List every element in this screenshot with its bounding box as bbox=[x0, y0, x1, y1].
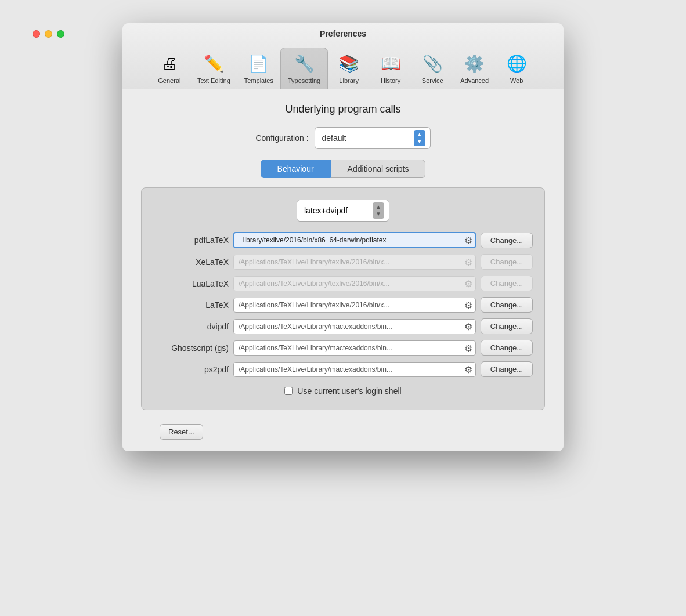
program-row-6: ps2pdf⚙Change... bbox=[153, 361, 533, 377]
program-input-3[interactable] bbox=[233, 298, 476, 313]
program-selector: latex+dvipdf ▲▼ bbox=[153, 200, 533, 222]
reset-button[interactable]: Reset... bbox=[160, 424, 203, 440]
toolbar: 🖨General✏️Text Editing📄Templates🔧Typeset… bbox=[132, 44, 554, 89]
toolbar-item-library[interactable]: 📚Library bbox=[328, 48, 370, 89]
program-input-wrap-6: ⚙ bbox=[233, 362, 476, 377]
library-icon: 📚 bbox=[337, 52, 360, 75]
program-input-wrap-0: ⚙ bbox=[233, 232, 476, 248]
program-input-wrap-2: ⚙ bbox=[233, 276, 476, 291]
program-select-value: latex+dvipdf bbox=[304, 206, 369, 215]
program-row-1: XeLaTeX⚙Change... bbox=[153, 254, 533, 270]
program-input-wrap-1: ⚙ bbox=[233, 255, 476, 270]
toolbar-label-templates: Templates bbox=[244, 77, 273, 84]
config-label: Configuration : bbox=[255, 133, 308, 143]
gear-button-6[interactable]: ⚙ bbox=[463, 363, 474, 376]
login-shell-checkbox[interactable] bbox=[284, 387, 293, 395]
history-icon: 📖 bbox=[379, 52, 402, 75]
toolbar-item-advanced[interactable]: ⚙️Advanced bbox=[453, 48, 496, 89]
change-button-1: Change... bbox=[481, 254, 533, 270]
change-button-5[interactable]: Change... bbox=[481, 340, 533, 356]
program-input-2[interactable] bbox=[233, 276, 476, 291]
toolbar-item-history[interactable]: 📖History bbox=[370, 48, 411, 89]
program-label-0: pdfLaTeX bbox=[153, 235, 229, 245]
window-title: Preferences bbox=[320, 29, 366, 38]
program-input-5[interactable] bbox=[233, 340, 476, 356]
typesetting-icon: 🔧 bbox=[293, 52, 316, 75]
toolbar-label-service: Service bbox=[422, 77, 443, 84]
advanced-icon: ⚙️ bbox=[463, 52, 486, 75]
program-label-1: XeLaTeX bbox=[153, 258, 229, 267]
program-input-wrap-5: ⚙ bbox=[233, 340, 476, 356]
text-editing-icon: ✏️ bbox=[202, 52, 225, 75]
configuration-row: Configuration : default ▲▼ bbox=[141, 127, 545, 149]
change-button-3[interactable]: Change... bbox=[481, 297, 533, 313]
gear-button-2: ⚙ bbox=[463, 277, 474, 290]
program-label-2: LuaLaTeX bbox=[153, 279, 229, 288]
toolbar-label-text-editing: Text Editing bbox=[197, 77, 230, 84]
toolbar-label-library: Library bbox=[339, 77, 359, 84]
service-icon: 📎 bbox=[421, 52, 444, 75]
program-rows: pdfLaTeX⚙Change...XeLaTeX⚙Change...LuaLa… bbox=[153, 232, 533, 377]
toolbar-label-history: History bbox=[381, 77, 400, 84]
toolbar-item-web[interactable]: 🌐Web bbox=[496, 48, 537, 89]
toolbar-label-web: Web bbox=[510, 77, 523, 84]
toolbar-item-templates[interactable]: 📄Templates bbox=[237, 48, 280, 89]
program-row-0: pdfLaTeX⚙Change... bbox=[153, 232, 533, 248]
section-title: Underlying program calls bbox=[141, 103, 545, 115]
program-select-arrow: ▲▼ bbox=[373, 202, 384, 219]
gear-button-0[interactable]: ⚙ bbox=[463, 234, 474, 247]
tab-bar: BehaviourAdditional scripts bbox=[141, 160, 545, 178]
web-icon: 🌐 bbox=[505, 52, 528, 75]
panel: latex+dvipdf ▲▼ pdfLaTeX⚙Change...XeLaTe… bbox=[141, 187, 545, 410]
tab-additional-scripts[interactable]: Additional scripts bbox=[331, 160, 426, 178]
toolbar-item-service[interactable]: 📎Service bbox=[411, 48, 453, 89]
gear-button-1: ⚙ bbox=[463, 255, 474, 269]
program-input-1[interactable] bbox=[233, 255, 476, 270]
checkbox-row: Use current user's login shell bbox=[153, 386, 533, 396]
change-button-4[interactable]: Change... bbox=[481, 318, 533, 334]
gear-button-4[interactable]: ⚙ bbox=[463, 320, 474, 333]
config-select-value: default bbox=[322, 133, 409, 143]
titlebar: Preferences 🖨General✏️Text Editing📄Templ… bbox=[122, 23, 564, 89]
toolbar-label-typesetting: Typesetting bbox=[288, 77, 320, 84]
program-row-3: LaTeX⚙Change... bbox=[153, 297, 533, 313]
gear-button-5[interactable]: ⚙ bbox=[463, 341, 474, 354]
config-select-arrow: ▲▼ bbox=[414, 130, 425, 146]
program-row-4: dvipdf⚙Change... bbox=[153, 318, 533, 334]
program-label-3: LaTeX bbox=[153, 300, 229, 310]
program-input-0[interactable] bbox=[233, 232, 476, 248]
program-label-6: ps2pdf bbox=[153, 365, 229, 374]
program-input-wrap-4: ⚙ bbox=[233, 319, 476, 334]
login-shell-label: Use current user's login shell bbox=[297, 386, 401, 396]
preferences-window: Preferences 🖨General✏️Text Editing📄Templ… bbox=[122, 23, 564, 451]
templates-icon: 📄 bbox=[247, 52, 270, 75]
program-input-4[interactable] bbox=[233, 319, 476, 334]
general-icon: 🖨 bbox=[158, 52, 181, 75]
program-label-5: Ghostscript (gs) bbox=[153, 343, 229, 353]
gear-button-3[interactable]: ⚙ bbox=[463, 298, 474, 311]
bottom-bar: Reset... bbox=[141, 410, 545, 440]
change-button-2: Change... bbox=[481, 276, 533, 291]
program-row-2: LuaLaTeX⚙Change... bbox=[153, 276, 533, 291]
tab-behaviour[interactable]: Behaviour bbox=[261, 160, 331, 178]
change-button-6[interactable]: Change... bbox=[481, 361, 533, 377]
toolbar-item-typesetting[interactable]: 🔧Typesetting bbox=[280, 48, 328, 89]
config-select[interactable]: default ▲▼ bbox=[315, 127, 431, 149]
toolbar-item-text-editing[interactable]: ✏️Text Editing bbox=[190, 48, 237, 89]
program-row-5: Ghostscript (gs)⚙Change... bbox=[153, 340, 533, 356]
toolbar-label-general: General bbox=[158, 77, 180, 84]
program-select[interactable]: latex+dvipdf ▲▼ bbox=[297, 200, 389, 222]
toolbar-item-general[interactable]: 🖨General bbox=[149, 48, 190, 89]
program-label-4: dvipdf bbox=[153, 322, 229, 331]
main-content: Underlying program calls Configuration :… bbox=[122, 89, 564, 451]
toolbar-label-advanced: Advanced bbox=[460, 77, 489, 84]
change-button-0[interactable]: Change... bbox=[481, 233, 533, 248]
program-input-wrap-3: ⚙ bbox=[233, 298, 476, 313]
program-input-6[interactable] bbox=[233, 362, 476, 377]
